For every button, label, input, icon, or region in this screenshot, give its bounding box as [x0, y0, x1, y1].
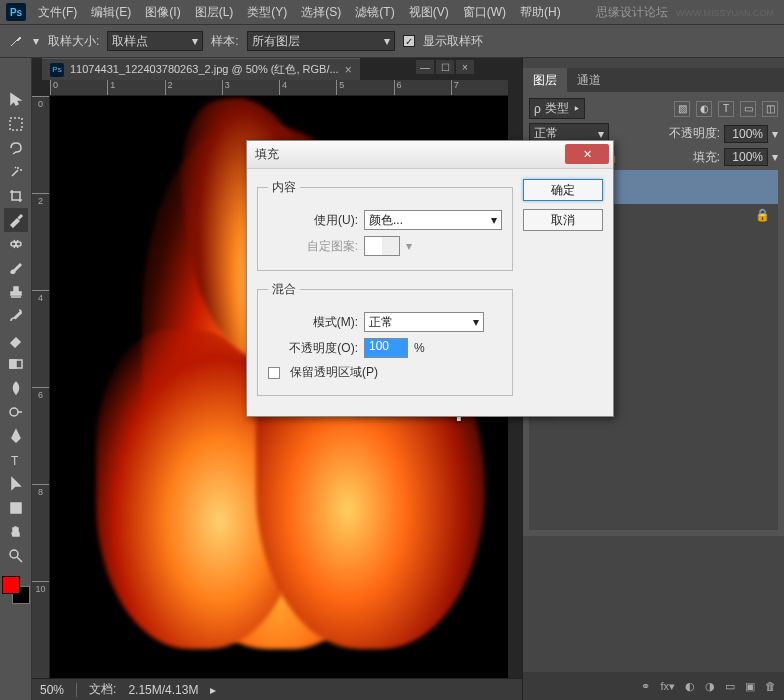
- shape-tool[interactable]: [4, 496, 28, 520]
- dialog-close-button[interactable]: ✕: [565, 144, 609, 164]
- brush-tool[interactable]: [4, 256, 28, 280]
- show-ring-checkbox[interactable]: ✓: [403, 35, 415, 47]
- layers-footer: ⚭ fx▾ ◐ ◑ ▭ ▣ 🗑: [523, 672, 784, 700]
- adjustment-icon[interactable]: ◑: [705, 680, 715, 693]
- fx-icon[interactable]: fx▾: [660, 680, 675, 693]
- sample-select[interactable]: 所有图层▾: [247, 31, 395, 51]
- menu-edit[interactable]: 编辑(E): [85, 2, 137, 23]
- tool-preset-dropdown[interactable]: ▾: [32, 37, 40, 45]
- doc-info-dropdown-icon[interactable]: ▸: [210, 683, 216, 697]
- options-bar: ▾ 取样大小: 取样点▾ 样本: 所有图层▾ ✓ 显示取样环: [0, 24, 784, 58]
- ruler-vertical: 0246810: [32, 96, 50, 678]
- color-swatches[interactable]: [2, 576, 30, 604]
- menu-file[interactable]: 文件(F): [32, 2, 83, 23]
- panel-tabs: 图层 通道: [523, 68, 784, 92]
- menu-window[interactable]: 窗口(W): [457, 2, 512, 23]
- foreground-swatch[interactable]: [2, 576, 20, 594]
- svg-point-4: [10, 408, 18, 416]
- marquee-tool[interactable]: [4, 112, 28, 136]
- svg-rect-3: [10, 360, 16, 368]
- maximize-icon[interactable]: ☐: [436, 60, 454, 74]
- tab-channels[interactable]: 通道: [567, 68, 611, 92]
- document-title: 11074431_122403780263_2.jpg @ 50% (红色, R…: [70, 62, 339, 77]
- gradient-tool[interactable]: [4, 352, 28, 376]
- pen-tool[interactable]: [4, 424, 28, 448]
- filter-kind-select[interactable]: ρ类型‣: [529, 98, 585, 119]
- menu-image[interactable]: 图像(I): [139, 2, 186, 23]
- filter-smart-icon[interactable]: ◫: [762, 101, 778, 117]
- svg-text:T: T: [11, 454, 19, 468]
- filter-adjust-icon[interactable]: ◐: [696, 101, 712, 117]
- preserve-label: 保留透明区域(P): [290, 364, 378, 381]
- zoom-tool[interactable]: [4, 544, 28, 568]
- fill-label: 填充:: [693, 149, 720, 166]
- status-bar: 50% 文档: 2.15M/4.13M ▸: [32, 678, 522, 700]
- minimize-icon[interactable]: —: [416, 60, 434, 74]
- pattern-label: 自定图案:: [268, 238, 358, 255]
- use-select[interactable]: 颜色...▾: [364, 210, 502, 230]
- preserve-checkbox[interactable]: [268, 367, 280, 379]
- doc-info: 2.15M/4.13M: [128, 683, 198, 697]
- menu-type[interactable]: 类型(Y): [241, 2, 293, 23]
- pattern-swatch: [364, 236, 400, 256]
- dodge-tool[interactable]: [4, 400, 28, 424]
- dialog-title-text: 填充: [255, 146, 279, 163]
- menu-layer[interactable]: 图层(L): [189, 2, 240, 23]
- ps-logo-icon: Ps: [6, 3, 26, 21]
- cancel-button[interactable]: 取消: [523, 209, 603, 231]
- svg-rect-6: [11, 503, 21, 513]
- tab-layers[interactable]: 图层: [523, 68, 567, 92]
- eyedropper-tool[interactable]: [4, 208, 28, 232]
- use-label: 使用(U):: [268, 212, 358, 229]
- menu-select[interactable]: 选择(S): [295, 2, 347, 23]
- eraser-tool[interactable]: [4, 328, 28, 352]
- sample-label: 样本:: [211, 33, 238, 50]
- mode-select[interactable]: 正常▾: [364, 312, 484, 332]
- heal-tool[interactable]: [4, 232, 28, 256]
- filter-shape-icon[interactable]: ▭: [740, 101, 756, 117]
- path-select-tool[interactable]: [4, 472, 28, 496]
- fieldset-content: 内容 使用(U): 颜色...▾ 自定图案: ▾: [257, 179, 513, 271]
- delete-layer-icon[interactable]: 🗑: [765, 680, 776, 692]
- type-tool[interactable]: T: [4, 448, 28, 472]
- document-tab[interactable]: Ps 11074431_122403780263_2.jpg @ 50% (红色…: [42, 58, 360, 80]
- opacity-input[interactable]: 100: [364, 338, 408, 358]
- history-brush-tool[interactable]: [4, 304, 28, 328]
- menu-filter[interactable]: 滤镜(T): [349, 2, 400, 23]
- show-ring-label: 显示取样环: [423, 33, 483, 50]
- sample-size-select[interactable]: 取样点▾: [107, 31, 203, 51]
- tool-palette: T: [0, 58, 32, 700]
- menu-help[interactable]: 帮助(H): [514, 2, 567, 23]
- doc-info-label: 文档:: [89, 681, 116, 698]
- doc-window-controls: — ☐ ×: [416, 60, 474, 74]
- hand-tool[interactable]: [4, 520, 28, 544]
- svg-rect-0: [10, 118, 22, 130]
- wand-tool[interactable]: [4, 160, 28, 184]
- fill-value[interactable]: 100%: [724, 148, 768, 166]
- sample-size-label: 取样大小:: [48, 33, 99, 50]
- mode-label: 模式(M):: [268, 314, 358, 331]
- filter-pixel-icon[interactable]: ▧: [674, 101, 690, 117]
- new-layer-icon[interactable]: ▣: [745, 680, 755, 693]
- move-tool[interactable]: [4, 88, 28, 112]
- dialog-titlebar[interactable]: 填充 ✕: [247, 141, 613, 169]
- blur-tool[interactable]: [4, 376, 28, 400]
- link-layers-icon[interactable]: ⚭: [641, 680, 650, 693]
- dialog-opacity-label: 不透明度(O):: [268, 340, 358, 357]
- filter-type-icon[interactable]: T: [718, 101, 734, 117]
- svg-point-7: [10, 550, 18, 558]
- fill-dialog: 填充 ✕ 内容 使用(U): 颜色...▾ 自定图案: ▾ 混合: [246, 140, 614, 417]
- opacity-unit: %: [414, 341, 425, 355]
- stamp-tool[interactable]: [4, 280, 28, 304]
- close-tab-icon[interactable]: ×: [345, 63, 352, 77]
- opacity-value[interactable]: 100%: [724, 125, 768, 143]
- close-doc-icon[interactable]: ×: [456, 60, 474, 74]
- lasso-tool[interactable]: [4, 136, 28, 160]
- zoom-level[interactable]: 50%: [40, 683, 64, 697]
- eyedropper-icon: [8, 33, 24, 49]
- ok-button[interactable]: 确定: [523, 179, 603, 201]
- crop-tool[interactable]: [4, 184, 28, 208]
- mask-icon[interactable]: ◐: [685, 680, 695, 693]
- menu-view[interactable]: 视图(V): [403, 2, 455, 23]
- group-icon[interactable]: ▭: [725, 680, 735, 693]
